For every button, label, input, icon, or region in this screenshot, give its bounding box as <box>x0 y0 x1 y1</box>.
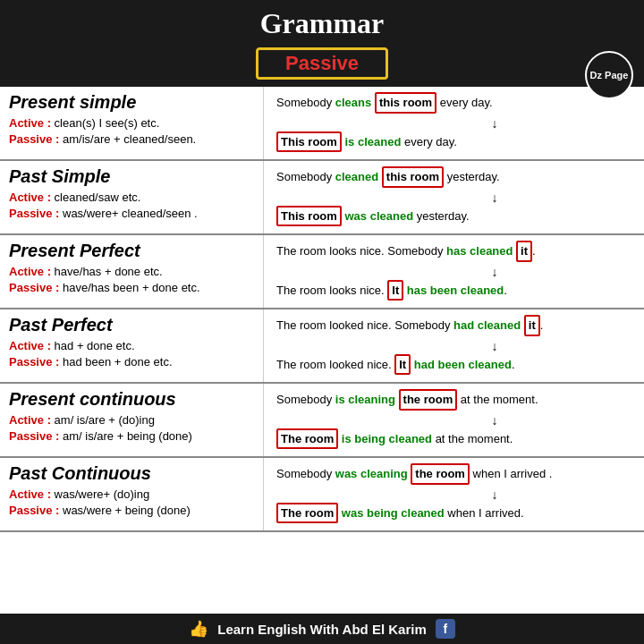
past-continuous-title: Past Continuous <box>9 463 254 484</box>
past-continuous-active-example: Somebody was cleaning the room when I ar… <box>276 463 635 485</box>
present-simple-active-line: Active : clean(s) I see(s) etc. <box>9 115 254 131</box>
present-perfect-title: Present Perfect <box>9 241 254 261</box>
past-simple-active-example: Somebody cleaned this room yesterday. <box>276 166 635 188</box>
present-simple-title: Present simple <box>9 92 254 113</box>
past-simple-arrow: ↓ <box>276 191 635 205</box>
section-present-simple: Present simpleActive : clean(s) I see(s)… <box>0 87 644 161</box>
present-perfect-active-line: Active : have/has + done etc. <box>9 264 254 280</box>
dz-page-badge: Dz Page <box>585 51 633 99</box>
footer-label: Learn English With Abd El Karim <box>217 622 427 637</box>
present-simple-active-example: Somebody cleans this room every day. <box>276 92 635 114</box>
past-continuous-arrow: ↓ <box>276 487 635 502</box>
past-continuous-passive-example: The room was being cleaned when I arrive… <box>276 503 635 524</box>
past-perfect-active-line: Active : had + done etc. <box>9 338 254 354</box>
present-perfect-passive-example: The room looks nice. It has been cleaned… <box>276 280 635 301</box>
present-continuous-title: Present continuous <box>9 389 254 410</box>
section-present-perfect: Present PerfectActive : have/has + done … <box>0 235 644 309</box>
present-continuous-arrow: ↓ <box>276 413 635 428</box>
past-simple-title: Past Simple <box>9 166 254 187</box>
past-continuous-passive-rule-line: Passive : was/were + being (done) <box>9 503 254 519</box>
present-simple-passive-example: This room is cleaned every day. <box>276 131 635 153</box>
section-past-perfect: Past PerfectActive : had + done etc.Pass… <box>0 309 644 384</box>
present-continuous-passive-example: The room is being cleaned at the moment. <box>276 428 635 450</box>
present-simple-passive-rule-line: Passive : am/is/are + cleaned/seen. <box>9 131 254 148</box>
facebook-icon: f <box>436 619 455 639</box>
present-continuous-active-example: Somebody is cleaning the room at the mom… <box>276 389 635 411</box>
present-simple-arrow: ↓ <box>276 116 635 131</box>
section-present-continuous: Present continuousActive : am/ is/are + … <box>0 384 644 458</box>
section-past-continuous: Past ContinuousActive : was/were+ (do)in… <box>0 458 644 532</box>
passive-subtitle: Passive <box>285 52 359 74</box>
present-continuous-active-line: Active : am/ is/are + (do)ing <box>9 412 254 428</box>
past-simple-active-line: Active : cleaned/saw etc. <box>9 190 254 206</box>
section-past-simple: Past SimpleActive : cleaned/saw etc.Pass… <box>0 161 644 235</box>
present-continuous-passive-rule-line: Passive : am/ is/are + being (done) <box>9 428 254 445</box>
past-perfect-active-example: The room looked nice. Somebody had clean… <box>276 315 635 336</box>
thumb-icon: 👍 <box>189 619 208 639</box>
past-perfect-passive-rule-line: Passive : had been + done etc. <box>9 354 254 370</box>
header-title: Grammar <box>0 7 644 40</box>
past-perfect-passive-example: The room looked nice. It had been cleane… <box>276 354 635 376</box>
past-simple-passive-example: This room was cleaned yesterday. <box>276 206 635 227</box>
present-perfect-active-example: The room looks nice. Somebody has cleane… <box>276 241 635 262</box>
past-simple-passive-rule-line: Passive : was/were+ cleaned/seen . <box>9 206 254 222</box>
past-perfect-title: Past Perfect <box>9 315 254 335</box>
past-continuous-active-line: Active : was/were+ (do)ing <box>9 487 254 503</box>
present-perfect-passive-rule-line: Passive : have/has been + done etc. <box>9 280 254 296</box>
present-perfect-arrow: ↓ <box>276 265 635 279</box>
past-perfect-arrow: ↓ <box>276 339 635 353</box>
